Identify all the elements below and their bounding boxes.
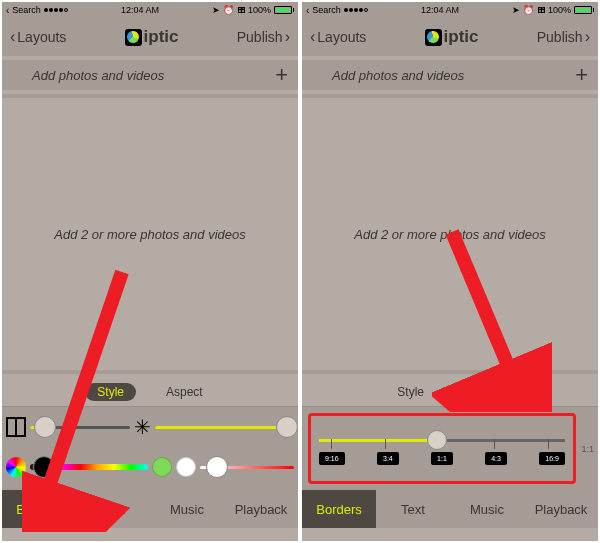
aspect-slider[interactable] [319,439,565,442]
back-caret-icon: ‹ [306,5,309,16]
aspect-pill[interactable]: Aspect [154,383,215,401]
bottom-tabs: Borders Text Music Playback [302,490,598,528]
tab-text[interactable]: Text [76,490,150,528]
signal-dots-icon [44,8,68,12]
screenshot-left: ‹ Search 12:04 AM ➤ ⏰ ⑕ 100% ‹ Layouts i… [0,0,300,543]
nav-bar: ‹ Layouts iptic Publish › [302,18,598,56]
green-swatch-icon [152,457,172,477]
screenshot-right: ‹ Search 12:04 AM ➤ ⏰ ⑕ 100% ‹ Layouts i… [300,0,600,543]
status-time: 12:04 AM [121,5,159,15]
battery-icon [274,6,294,14]
status-back-label[interactable]: Search [312,5,341,15]
bottom-tabs: Borders Text Music Playback [2,490,298,528]
color-wheel-icon[interactable] [6,457,26,477]
border-width-slider[interactable] [30,426,130,429]
tab-borders[interactable]: Borders [2,490,76,528]
battery-icon [574,6,594,14]
nav-left-label: Layouts [17,29,66,45]
aspect-pill[interactable]: Aspect [454,383,515,401]
canvas-area[interactable]: Add 2 or more photos and videos [2,94,298,374]
chevron-right-icon: › [585,29,590,45]
bluetooth-icon: ⑕ [537,6,545,15]
brightness-icon: ✳ [134,417,151,437]
ratio-4-3[interactable]: 4:3 [485,452,507,465]
plus-icon: + [575,62,588,88]
aspect-controls: 9:16 3:4 1:1 4:3 16:9 1:1 [302,406,598,490]
brightness-slider[interactable] [155,426,294,429]
ratio-16-9[interactable]: 16:9 [539,452,565,465]
aspect-readout: 1:1 [581,444,594,454]
aspect-highlight-box: 9:16 3:4 1:1 4:3 16:9 [308,413,576,484]
back-caret-icon: ‹ [6,5,9,16]
aspect-slider-thumb[interactable] [427,430,447,450]
nav-bar: ‹ Layouts iptic Publish › [2,18,298,56]
tab-playback[interactable]: Playback [524,490,598,528]
ratio-1-1[interactable]: 1:1 [431,452,453,465]
diptic-icon [125,29,142,46]
nav-back-button[interactable]: ‹ Layouts [310,29,366,45]
tab-playback[interactable]: Playback [224,490,298,528]
location-icon: ➤ [212,5,220,15]
nav-left-label: Layouts [317,29,366,45]
nav-right-label: Publish [537,29,583,45]
diptic-icon [425,29,442,46]
status-bar: ‹ Search 12:04 AM ➤ ⏰ ⑕ 100% [2,2,298,18]
chevron-left-icon: ‹ [10,29,15,45]
battery-pct: 100% [548,5,571,15]
chevron-left-icon: ‹ [310,29,315,45]
canvas-hint: Add 2 or more photos and videos [54,227,246,242]
tab-music[interactable]: Music [150,490,224,528]
ratio-9-16[interactable]: 9:16 [319,452,345,465]
color-slider[interactable] [30,464,148,470]
ratio-labels: 9:16 3:4 1:1 4:3 16:9 [319,452,565,465]
white-swatch-icon [176,457,196,477]
nav-back-button[interactable]: ‹ Layouts [10,29,66,45]
bluetooth-icon: ⑕ [237,6,245,15]
app-name: iptic [444,27,479,47]
app-name: iptic [144,27,179,47]
ratio-3-4[interactable]: 3:4 [377,452,399,465]
tab-music[interactable]: Music [450,490,524,528]
add-media-label: Add photos and videos [332,68,464,83]
alarm-icon: ⏰ [223,5,234,15]
tint-slider[interactable] [200,466,294,469]
add-media-header[interactable]: Add photos and videos + [2,60,298,90]
style-pill[interactable]: Style [385,383,436,401]
nav-publish-button[interactable]: Publish › [237,29,290,45]
plus-icon: + [275,62,288,88]
tab-text[interactable]: Text [376,490,450,528]
location-icon: ➤ [512,5,520,15]
border-width-icon [6,417,26,437]
mode-pill-row: Style Aspect [302,378,598,406]
status-bar: ‹ Search 12:04 AM ➤ ⏰ ⑕ 100% [302,2,598,18]
chevron-right-icon: › [285,29,290,45]
style-pill[interactable]: Style [85,383,136,401]
alarm-icon: ⏰ [523,5,534,15]
canvas-hint: Add 2 or more photos and videos [354,227,546,242]
tab-borders[interactable]: Borders [302,490,376,528]
battery-pct: 100% [248,5,271,15]
add-media-header[interactable]: Add photos and videos + [302,60,598,90]
canvas-area[interactable]: Add 2 or more photos and videos [302,94,598,374]
nav-publish-button[interactable]: Publish › [537,29,590,45]
status-time: 12:04 AM [421,5,459,15]
app-logo: iptic [425,27,479,47]
mode-pill-row: Style Aspect [2,378,298,406]
status-back-label[interactable]: Search [12,5,41,15]
style-controls: ✳ [2,406,298,490]
nav-right-label: Publish [237,29,283,45]
add-media-label: Add photos and videos [32,68,164,83]
signal-dots-icon [344,8,368,12]
app-logo: iptic [125,27,179,47]
